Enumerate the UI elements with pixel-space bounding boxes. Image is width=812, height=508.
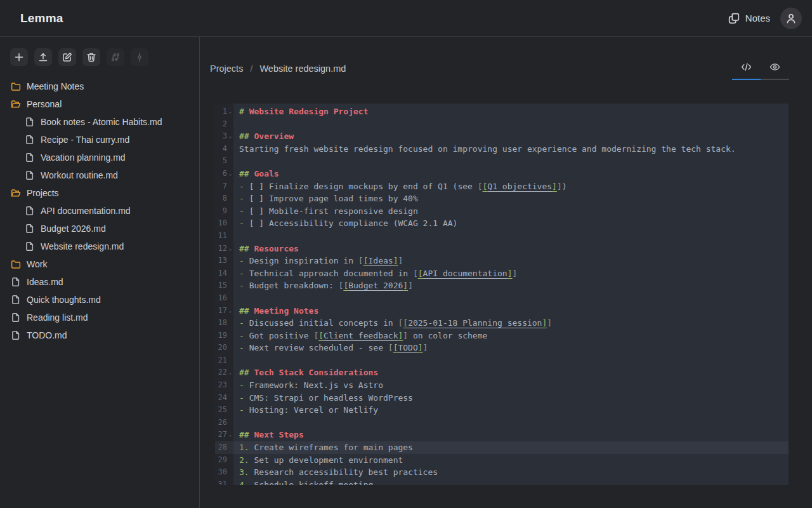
fold-chevron-icon[interactable]: ⌄ — [227, 130, 233, 143]
code-line[interactable]: Starting fresh website redesign focused … — [233, 143, 736, 156]
editor-line[interactable]: 8- [ ] Improve page load times by 40% — [215, 192, 789, 205]
editor-line[interactable]: 9- [ ] Mobile-first responsive design — [215, 205, 789, 218]
tree-file-vacation-planning-md[interactable]: Vacation planning.md — [0, 149, 199, 166]
editor-line[interactable]: 5 — [215, 155, 789, 168]
editor-line[interactable]: 17⌄## Meeting Notes — [215, 305, 789, 318]
code-token-lk[interactable]: Client feedback — [324, 331, 398, 340]
code-line[interactable]: 3. Research accessibility best practices — [233, 466, 438, 479]
editor-line[interactable]: 18- Discussed initial concepts in [[2025… — [215, 317, 789, 330]
code-line[interactable]: ## Goals — [233, 168, 279, 180]
tree-folder-work[interactable]: Work — [0, 255, 199, 273]
code-line[interactable]: - Budget breakdown: [[Budget 2026]] — [233, 279, 413, 292]
editor-line[interactable]: 7- [ ] Finalize design mockups by end of… — [215, 180, 789, 193]
editor-line[interactable]: 1⌄# Website Redesign Project — [215, 105, 789, 118]
tree-file-quick-thoughts-md[interactable]: Quick thoughts.md — [0, 291, 199, 309]
preview-view-tab[interactable] — [761, 58, 789, 75]
code-token-lk[interactable]: Q1 objectives — [487, 182, 552, 191]
fold-chevron-icon[interactable]: ⌄ — [227, 429, 233, 441]
editor-line[interactable]: 303. Research accessibility best practic… — [215, 466, 789, 479]
editor-line[interactable]: 2 — [215, 118, 789, 131]
code-token-lk[interactable]: API documentation — [423, 269, 508, 278]
code-line[interactable]: - Next review scheduled - see [[TODO]] — [233, 342, 428, 354]
editor-line[interactable]: 27⌄## Next Steps — [215, 429, 789, 441]
tree-file-book-notes-atomic-habits-md[interactable]: Book notes - Atomic Habits.md — [0, 113, 199, 131]
code-line[interactable]: - Framework: Next.js vs Astro — [233, 379, 383, 392]
tree-file-reading-list-md[interactable]: Reading list.md — [0, 309, 199, 326]
code-line[interactable] — [233, 417, 239, 429]
code-line[interactable]: - [ ] Accessibility compliance (WCAG 2.1… — [233, 217, 457, 230]
code-line[interactable]: ## Tech Stack Considerations — [233, 366, 378, 379]
avatar[interactable] — [780, 8, 802, 29]
edit-button[interactable] — [58, 48, 76, 66]
editor-line[interactable]: 23- Framework: Next.js vs Astro — [215, 379, 789, 392]
tree-file-api-documentation-md[interactable]: API documentation.md — [0, 202, 199, 220]
code-line[interactable]: ## Next Steps — [233, 429, 304, 441]
editor-line[interactable]: 281. Create wireframes for main pages — [215, 441, 789, 454]
code-line[interactable]: ## Overview — [233, 130, 294, 143]
tree-file-recipe-thai-curry-md[interactable]: Recipe - Thai curry.md — [0, 131, 199, 149]
editor-line[interactable]: 24- CMS: Strapi or headless WordPress — [215, 392, 789, 404]
editor-line[interactable]: 10- [ ] Accessibility compliance (WCAG 2… — [215, 217, 789, 230]
code-line[interactable]: ## Meeting Notes — [233, 305, 318, 318]
tree-file-workout-routine-md[interactable]: Workout routine.md — [0, 166, 199, 184]
tree-file-website-redesign-md[interactable]: Website redesign.md — [0, 237, 199, 255]
code-line[interactable]: - Got positive [[Client feedback]] on co… — [233, 330, 487, 342]
notes-button[interactable]: Notes — [728, 13, 770, 24]
editor-line[interactable]: 11 — [215, 230, 789, 243]
editor-line[interactable]: 16 — [215, 292, 789, 305]
code-line[interactable]: - [ ] Improve page load times by 40% — [233, 192, 418, 205]
fold-chevron-icon[interactable]: ⌄ — [227, 105, 233, 118]
tree-folder-personal[interactable]: Personal — [0, 95, 199, 113]
editor-line[interactable]: 21 — [215, 354, 789, 367]
editor-line[interactable]: 22⌄## Tech Stack Considerations — [215, 366, 789, 379]
editor-line[interactable]: 12⌄## Resources — [215, 243, 789, 255]
tree-folder-projects[interactable]: Projects — [0, 184, 199, 202]
editor-line[interactable]: 15- Budget breakdown: [[Budget 2026]] — [215, 279, 789, 292]
editor-line[interactable]: 4Starting fresh website redesign focused… — [215, 143, 789, 156]
code-token-lk[interactable]: 2025-01-18 Planning session — [408, 318, 542, 328]
code-line[interactable]: - Discussed initial concepts in [[2025-0… — [233, 317, 552, 330]
markdown-editor[interactable]: 1⌄# Website Redesign Project23⌄## Overvi… — [215, 104, 789, 485]
code-line[interactable] — [233, 354, 239, 367]
code-token-lk[interactable]: TODO — [398, 343, 417, 352]
editor-line[interactable]: 6⌄## Goals — [215, 168, 789, 180]
code-line[interactable]: - [ ] Finalize design mockups by end of … — [233, 180, 567, 193]
upload-button[interactable] — [34, 48, 52, 66]
code-line[interactable] — [233, 230, 239, 243]
tree-folder-meeting-notes[interactable]: Meeting Notes — [0, 77, 199, 95]
new-note-button[interactable] — [10, 48, 28, 66]
code-line[interactable] — [233, 292, 239, 305]
code-line[interactable]: 4. Schedule kickoff meeting — [233, 479, 373, 485]
code-token-lk[interactable]: Budget 2026 — [348, 281, 403, 290]
editor-line[interactable]: 13- Design inspiration in [[Ideas]] — [215, 255, 789, 267]
code-line[interactable]: - Technical approach documented in [[API… — [233, 267, 517, 280]
code-line[interactable]: ## Resources — [233, 243, 299, 255]
fold-chevron-icon[interactable]: ⌄ — [227, 366, 233, 379]
fold-chevron-icon[interactable]: ⌄ — [227, 305, 233, 318]
editor-line[interactable]: 26 — [215, 417, 789, 429]
code-line[interactable]: 1. Create wireframes for main pages — [233, 441, 413, 454]
tree-file-todo-md[interactable]: TODO.md — [0, 326, 199, 344]
editor-line[interactable]: 19- Got positive [[Client feedback]] on … — [215, 330, 789, 342]
code-line[interactable]: # Website Redesign Project — [233, 105, 369, 118]
editor-line[interactable]: 25- Hosting: Vercel or Netlify — [215, 404, 789, 417]
fold-chevron-icon[interactable]: ⌄ — [227, 168, 233, 180]
code-line[interactable]: 2. Set up development environment — [233, 454, 403, 467]
code-line[interactable] — [233, 118, 239, 131]
editor-line[interactable]: 14- Technical approach documented in [[A… — [215, 267, 789, 280]
tree-file-budget-2026-md[interactable]: Budget 2026.md — [0, 220, 199, 237]
editor-line[interactable]: 292. Set up development environment — [215, 454, 789, 467]
code-view-tab[interactable] — [732, 58, 761, 75]
editor-line[interactable]: 314. Schedule kickoff meeting — [215, 479, 789, 485]
code-line[interactable]: - [ ] Mobile-first responsive design — [233, 205, 418, 218]
editor-line[interactable]: 3⌄## Overview — [215, 130, 789, 143]
code-line[interactable] — [233, 155, 239, 168]
code-line[interactable]: - Design inspiration in [[Ideas]] — [233, 255, 403, 267]
breadcrumb-folder[interactable]: Projects — [210, 64, 243, 74]
delete-button[interactable] — [82, 48, 100, 66]
code-line[interactable]: - CMS: Strapi or headless WordPress — [233, 392, 413, 404]
tree-file-ideas-md[interactable]: Ideas.md — [0, 273, 199, 291]
code-token-lk[interactable]: Ideas — [369, 256, 393, 265]
code-line[interactable]: - Hosting: Vercel or Netlify — [233, 404, 378, 417]
editor-line[interactable]: 20- Next review scheduled - see [[TODO]] — [215, 342, 789, 354]
